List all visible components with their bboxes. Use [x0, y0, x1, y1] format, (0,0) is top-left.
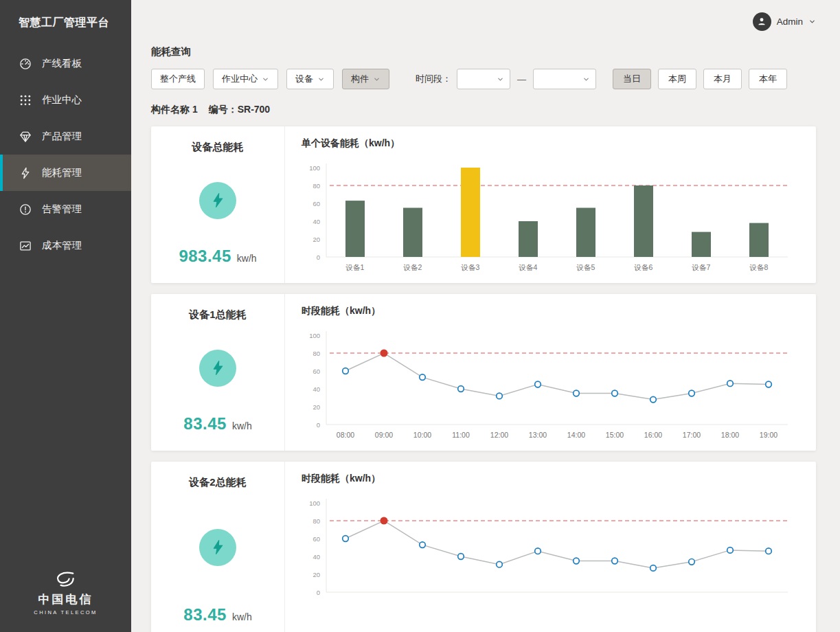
x-tick-label: 设备5 — [576, 263, 595, 271]
sidebar-item-product-management[interactable]: 产品管理 — [0, 118, 131, 155]
y-tick-label: 60 — [313, 368, 320, 375]
total-energy-summary: 设备总能耗 983.45 kw/h — [151, 126, 285, 283]
chart-panel: 时段能耗（kw/h） 020406080100 — [285, 462, 816, 632]
energy-unit: kw/h — [232, 420, 252, 431]
point-8 — [650, 565, 657, 572]
sidebar-item-label: 产品管理 — [42, 130, 82, 143]
x-tick-label: 13:00 — [529, 431, 547, 439]
point-6 — [574, 390, 580, 396]
chevron-down-icon — [497, 76, 504, 83]
lightning-badge — [199, 529, 236, 566]
sidebar-item-alarm-management[interactable]: 告警管理 — [0, 191, 131, 227]
point-11 — [766, 381, 772, 387]
brand-name: 中国电信 — [0, 591, 131, 607]
app-title: 智慧工厂管理平台 — [0, 0, 131, 45]
lightning-badge — [199, 182, 236, 219]
lightning-icon — [209, 359, 227, 376]
point-4 — [497, 393, 503, 399]
component-name: 构件名称 1 — [151, 104, 198, 116]
grid-dots-icon — [19, 93, 32, 107]
point-9 — [689, 390, 695, 396]
time-end-select[interactable] — [533, 69, 596, 89]
x-tick-label: 10:00 — [413, 431, 431, 439]
component-header: 构件名称 1 编号：SR-700 — [151, 104, 816, 116]
point-highlight-1 — [381, 517, 388, 525]
point-7 — [612, 390, 618, 396]
filter-whole-line-button[interactable]: 整个产线 — [151, 69, 205, 89]
x-tick-label: 设备7 — [692, 263, 711, 271]
point-highlight-1 — [381, 350, 388, 357]
button-label: 当日 — [623, 73, 641, 85]
point-11 — [766, 548, 772, 554]
sidebar-nav: 产线看板作业中心产品管理能耗管理告警管理成本管理 — [0, 45, 131, 264]
user-menu[interactable]: Admin — [753, 12, 816, 31]
device2-energy-summary: 设备2总能耗 83.45 kw/h — [151, 462, 285, 632]
product-icon — [19, 130, 32, 144]
period-this-year-button[interactable]: 本年 — [749, 69, 787, 89]
y-tick-label: 40 — [313, 553, 320, 561]
period-today-button[interactable]: 当日 — [613, 69, 651, 89]
sidebar-item-production-dashboard[interactable]: 产线看板 — [0, 45, 131, 82]
y-tick-label: 20 — [313, 236, 320, 243]
summary-value: 83.45 kw/h — [183, 605, 251, 624]
alert-icon — [19, 203, 32, 216]
sidebar-item-work-center[interactable]: 作业中心 — [0, 82, 131, 118]
bar-2 — [461, 168, 480, 257]
y-tick-label: 20 — [313, 571, 320, 578]
lightning-icon — [19, 166, 32, 180]
summary-title: 设备2总能耗 — [189, 476, 246, 489]
card-device2-energy: 设备2总能耗 83.45 kw/h 时段能耗（kw/h） 02040608010… — [151, 462, 816, 632]
x-tick-label: 18:00 — [721, 431, 739, 439]
filter-work-center-button[interactable]: 作业中心 — [213, 69, 278, 89]
x-tick-label: 设备4 — [519, 263, 538, 271]
y-tick-label: 80 — [313, 350, 320, 357]
chart-panel: 单个设备能耗（kw/h） 020406080100设备1设备2设备3设备4设备5… — [285, 126, 816, 283]
point-5 — [535, 548, 541, 554]
user-name: Admin — [777, 16, 803, 27]
section-title: 能耗查询 — [151, 45, 816, 58]
point-8 — [650, 396, 657, 403]
card-device1-energy: 设备1总能耗 83.45 kw/h 时段能耗（kw/h） 02040608010… — [151, 294, 816, 451]
energy-unit: kw/h — [232, 611, 252, 622]
lightning-icon — [209, 539, 227, 556]
card-total-energy: 设备总能耗 983.45 kw/h 单个设备能耗（kw/h） 020406080… — [151, 126, 816, 283]
x-tick-label: 15:00 — [606, 431, 624, 439]
chevron-down-icon — [317, 76, 325, 83]
point-0 — [343, 536, 349, 542]
x-tick-label: 设备6 — [634, 263, 653, 271]
bar-5 — [634, 185, 653, 257]
y-tick-label: 80 — [313, 182, 320, 190]
summary-title: 设备总能耗 — [192, 141, 244, 154]
china-telecom-logo-icon — [51, 570, 81, 588]
period-filter-group: 当日本周本月本年 — [613, 69, 794, 89]
cost-icon — [19, 239, 32, 253]
sidebar-item-cost-management[interactable]: 成本管理 — [0, 227, 131, 264]
x-tick-label: 设备3 — [461, 263, 480, 271]
chart-title: 时段能耗（kw/h） — [302, 305, 799, 317]
time-range-label: 时间段： — [416, 73, 451, 85]
component-code: 编号：SR-700 — [209, 104, 270, 116]
sidebar-item-energy-management[interactable]: 能耗管理 — [0, 155, 131, 191]
user-icon — [756, 16, 767, 27]
y-tick-label: 60 — [313, 200, 320, 207]
period-this-month-button[interactable]: 本月 — [703, 69, 742, 89]
device1-energy-summary: 设备1总能耗 83.45 kw/h — [151, 294, 285, 451]
time-start-select[interactable] — [457, 69, 510, 89]
filter-component-button[interactable]: 构件 — [342, 69, 389, 89]
point-5 — [535, 381, 541, 387]
point-2 — [420, 374, 426, 381]
filter-device-button[interactable]: 设备 — [286, 69, 334, 89]
y-tick-label: 20 — [313, 403, 320, 411]
period-this-week-button[interactable]: 本周 — [658, 69, 696, 89]
bar-4 — [576, 208, 595, 258]
summary-value: 983.45 kw/h — [179, 247, 256, 266]
line-series — [345, 521, 769, 568]
energy-value: 83.45 — [183, 605, 227, 624]
button-label: 整个产线 — [160, 73, 196, 85]
brand-subname: CHINA TELECOM — [0, 609, 131, 616]
y-tick-label: 100 — [309, 332, 320, 339]
point-6 — [574, 558, 580, 564]
x-tick-label: 设备1 — [345, 263, 365, 271]
topbar: Admin — [151, 0, 816, 43]
scope-filter-group: 整个产线作业中心设备构件 — [151, 69, 398, 89]
